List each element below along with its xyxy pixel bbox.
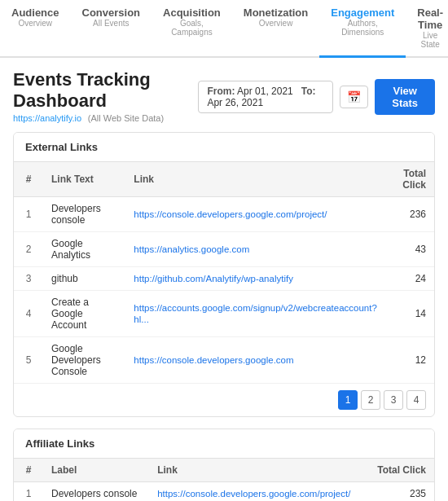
tab-audience-sub: Overview	[11, 19, 59, 28]
date-range[interactable]: From: Apr 01, 2021 To: Apr 26, 2021	[198, 81, 333, 113]
tab-audience[interactable]: Audience Overview	[0, 0, 71, 58]
page-title: Events Tracking Dashboard	[13, 69, 198, 112]
row-num: 1	[14, 197, 43, 232]
external-links-section: External Links # Link Text Link Total Cl…	[13, 132, 435, 417]
external-links-pagination: 1234	[14, 383, 434, 416]
link-anchor[interactable]: https://console.developers.google.com/pr…	[134, 209, 327, 219]
row-label: Developers console	[43, 482, 149, 502]
page-button[interactable]: 3	[384, 390, 403, 410]
page-button[interactable]: 2	[361, 390, 380, 410]
tab-engagement-sub: Authors, Dimensions	[331, 19, 394, 37]
col-total-click: Total Click	[389, 162, 434, 197]
link-anchor[interactable]: http://github.com/Analytify/wp-analytify	[134, 274, 293, 283]
col-link: Link	[125, 162, 389, 197]
link-anchor[interactable]: https://analytics.google.com	[134, 244, 249, 254]
link-anchor[interactable]: https://console.developers.google.com/pr…	[157, 489, 350, 499]
row-link[interactable]: https://analytics.google.com	[125, 232, 389, 267]
aff-col-link: Link	[149, 459, 367, 482]
date-to-label: To:	[301, 86, 316, 97]
row-num: 2	[14, 232, 43, 267]
link-anchor[interactable]: https://accounts.google.com/signup/v2/we…	[134, 303, 377, 324]
affiliate-links-title: Affiliate Links	[14, 429, 434, 458]
row-link[interactable]: https://console.developers.google.com	[125, 337, 389, 384]
date-from-label: From:	[207, 86, 235, 97]
tab-conversion-title: Conversion	[82, 7, 141, 19]
tab-realtime-sub: Live State	[417, 31, 443, 49]
row-clicks: 43	[389, 232, 434, 267]
tab-acquisition-title: Acquisition	[163, 7, 221, 19]
row-num: 5	[14, 337, 43, 384]
row-link[interactable]: https://console.developers.google.com/pr…	[125, 197, 389, 232]
affiliate-links-header-row: # Label Link Total Click	[14, 459, 434, 482]
page-button[interactable]: 4	[406, 390, 426, 410]
tab-monetization-title: Monetization	[244, 7, 308, 19]
table-row: 3 github http://github.com/Analytify/wp-…	[14, 267, 434, 291]
row-link-text: github	[43, 267, 125, 291]
aff-col-total-click: Total Click	[367, 459, 434, 482]
external-links-table: # Link Text Link Total Click 1 Developer…	[14, 161, 434, 383]
row-link[interactable]: https://accounts.google.com/signup/v2/we…	[125, 291, 389, 337]
row-link[interactable]: https://console.developers.google.com/pr…	[149, 482, 367, 502]
table-row: 1 Developers console https://console.dev…	[14, 197, 434, 232]
col-link-text: Link Text	[43, 162, 125, 197]
row-num: 1	[14, 482, 43, 502]
external-links-title: External Links	[14, 133, 434, 161]
tab-realtime[interactable]: Real-Time Live State	[406, 0, 448, 58]
header-right: From: Apr 01, 2021 To: Apr 26, 2021 📅 Vi…	[198, 79, 435, 115]
external-links-header-row: # Link Text Link Total Click	[14, 162, 434, 197]
calendar-button[interactable]: 📅	[340, 86, 368, 108]
date-from: Apr 01, 2021	[237, 86, 293, 97]
row-link-text: Developers console	[43, 197, 125, 232]
site-info: https://analytify.io (All Web Site Data)	[13, 112, 198, 124]
table-row: 2 Google Analytics https://analytics.goo…	[14, 232, 434, 267]
nav-tabs: Audience Overview Conversion All Events …	[0, 0, 448, 58]
tab-engagement-title: Engagement	[331, 7, 394, 19]
row-clicks: 236	[389, 197, 434, 232]
table-row: 4 Create a Google Account https://accoun…	[14, 291, 434, 337]
row-num: 4	[14, 291, 43, 337]
tab-acquisition-sub: Goals, Campaigns	[163, 19, 221, 37]
row-link-text: Create a Google Account	[43, 291, 125, 337]
tab-monetization[interactable]: Monetization Overview	[232, 0, 319, 58]
page-header: Events Tracking Dashboard https://analyt…	[0, 58, 448, 132]
site-link-sub: (All Web Site Data)	[88, 113, 164, 123]
table-row: 5 Google Developers Console https://cons…	[14, 337, 434, 384]
tab-acquisition[interactable]: Acquisition Goals, Campaigns	[152, 0, 232, 58]
affiliate-links-section: Affiliate Links # Label Link Total Click…	[13, 428, 435, 501]
affiliate-links-table: # Label Link Total Click 1 Developers co…	[14, 458, 434, 501]
tab-monetization-sub: Overview	[244, 19, 308, 28]
site-link[interactable]: https://analytify.io	[13, 113, 81, 123]
tab-engagement[interactable]: Engagement Authors, Dimensions	[319, 0, 406, 58]
aff-col-num: #	[14, 459, 43, 482]
header-left: Events Tracking Dashboard https://analyt…	[13, 69, 198, 124]
view-stats-button[interactable]: View Stats	[375, 79, 435, 115]
row-clicks: 12	[389, 337, 434, 384]
row-num: 3	[14, 267, 43, 291]
row-link-text: Google Analytics	[43, 232, 125, 267]
row-clicks: 24	[389, 267, 434, 291]
table-row: 1 Developers console https://console.dev…	[14, 482, 434, 502]
col-num: #	[14, 162, 43, 197]
tab-conversion-sub: All Events	[82, 19, 141, 28]
aff-col-label: Label	[43, 459, 149, 482]
tab-conversion[interactable]: Conversion All Events	[71, 0, 152, 58]
page-button[interactable]: 1	[338, 390, 358, 410]
tab-realtime-title: Real-Time	[417, 7, 443, 31]
row-clicks: 14	[389, 291, 434, 337]
row-link-text: Google Developers Console	[43, 337, 125, 384]
link-anchor[interactable]: https://console.developers.google.com	[134, 355, 293, 365]
row-link[interactable]: http://github.com/Analytify/wp-analytify	[125, 267, 389, 291]
date-to: Apr 26, 2021	[207, 97, 263, 108]
tab-audience-title: Audience	[11, 7, 59, 19]
row-clicks: 235	[367, 482, 434, 502]
